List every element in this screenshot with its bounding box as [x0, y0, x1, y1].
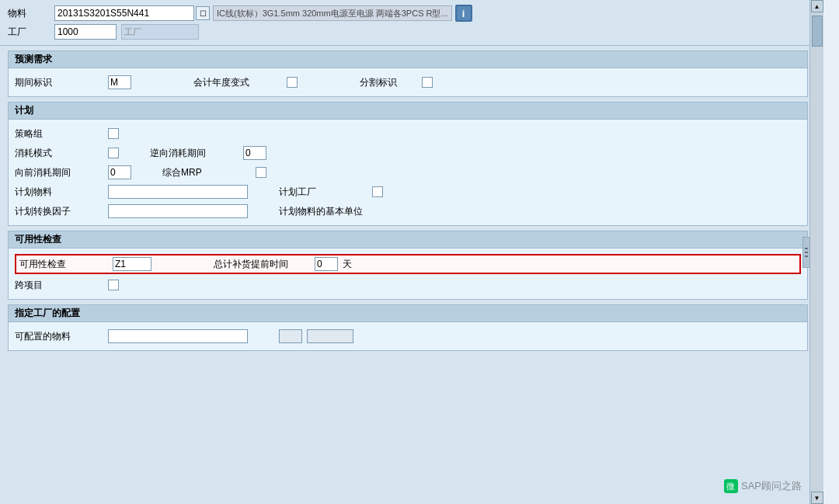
scroll-up-arrow[interactable]: ▲ [811, 0, 823, 12]
fiscal-year-checkbox[interactable] [287, 77, 298, 88]
period-input[interactable] [108, 75, 131, 89]
strategy-checkbox[interactable] [108, 128, 119, 139]
reverse-period-group: 逆向消耗期间 [150, 146, 266, 160]
scrollbar-thumb[interactable] [812, 16, 823, 47]
watermark-text: SAP顾问之路 [741, 479, 802, 493]
plan-body: 策略组 消耗模式 逆向消耗期间 向前消耗期间 综合MRP [9, 120, 807, 225]
availability-check-label: 可用性检查 [19, 258, 113, 271]
wechat-icon: 微 [724, 479, 738, 493]
factory-label: 工厂 [8, 26, 54, 39]
handle-dot-3 [805, 255, 808, 257]
factory-config-section: 指定工厂的配置 可配置的物料 [8, 304, 808, 351]
watermark: 微 SAP顾问之路 [724, 479, 802, 493]
forward-period-label: 向前消耗期间 [15, 166, 108, 179]
conversion-factor-label: 计划转换因子 [15, 205, 108, 218]
availability-section: 可用性检查 可用性检查 总计补货提前时间 天 跨项目 [8, 231, 808, 300]
forecast-title: 预测需求 [9, 51, 807, 68]
configurable-material-label: 可配置的物料 [15, 330, 108, 343]
days-unit: 天 [343, 258, 352, 271]
handle-dot-1 [805, 248, 808, 249]
plan-factory-checkbox[interactable] [372, 186, 383, 197]
material-label: 物料 [8, 7, 54, 20]
split-flag-label: 分割标识 [360, 76, 422, 89]
replenishment-input[interactable] [315, 257, 338, 271]
availability-check-input[interactable] [113, 257, 151, 271]
reverse-period-label: 逆向消耗期间 [150, 147, 243, 160]
material-checkbox-icon[interactable]: ☐ [196, 6, 210, 20]
fiscal-year-label: 会计年度变式 [193, 76, 287, 89]
configurable-material-row: 可配置的物料 [15, 328, 801, 345]
base-unit-group: 计划物料的基本单位 [279, 205, 372, 218]
strategy-row: 策略组 [15, 125, 801, 142]
material-row: 物料 ☐ IC线(软标）3G1.5mm 320mm电源至电源 两端各3PCS R… [8, 5, 816, 22]
availability-body: 可用性检查 总计补货提前时间 天 跨项目 [9, 249, 807, 299]
header-area: 物料 ☐ IC线(软标）3G1.5mm 320mm电源至电源 两端各3PCS R… [0, 0, 823, 46]
scrollbar[interactable]: ▲ ▼ [809, 0, 823, 504]
split-flag-checkbox[interactable] [422, 77, 433, 88]
plan-title: 计划 [9, 103, 807, 120]
factory-name-blur: 工厂 [121, 24, 199, 40]
factory-code-input[interactable] [54, 24, 117, 40]
cross-project-checkbox[interactable] [108, 280, 119, 290]
forward-period-input[interactable] [108, 165, 131, 179]
forecast-body: 期间标识 会计年度变式 分割标识 [9, 68, 807, 96]
conversion-factor-input[interactable] [108, 204, 248, 218]
consumption-label: 消耗模式 [15, 147, 108, 160]
conversion-factor-row: 计划转换因子 计划物料的基本单位 [15, 203, 801, 220]
availability-check-row: 可用性检查 总计补货提前时间 天 [15, 254, 801, 274]
forward-period-row: 向前消耗期间 综合MRP [15, 164, 801, 181]
material-description: IC线(软标）3G1.5mm 320mm电源至电源 两端各3PCS R型... [213, 5, 452, 21]
config-btn-right[interactable] [307, 329, 353, 343]
config-buttons-placeholder [279, 329, 353, 343]
factory-config-title: 指定工厂的配置 [9, 305, 807, 322]
consumption-row: 消耗模式 逆向消耗期间 [15, 144, 801, 162]
integrated-mrp-label: 综合MRP [162, 166, 256, 179]
plan-factory-group: 计划工厂 [279, 186, 383, 199]
consumption-checkbox[interactable] [108, 148, 119, 158]
configurable-material-input[interactable] [108, 329, 248, 343]
cross-project-row: 跨项目 [15, 276, 801, 294]
integrated-mrp-checkbox[interactable] [256, 167, 266, 178]
cross-project-label: 跨项目 [15, 279, 108, 292]
integrated-mrp-group: 综合MRP [162, 166, 266, 179]
period-label: 期间标识 [15, 76, 108, 89]
plan-material-row: 计划物料 计划工厂 [15, 183, 801, 200]
plan-material-label: 计划物料 [15, 186, 108, 199]
plan-material-input[interactable] [108, 185, 248, 199]
factory-config-body: 可配置的物料 [9, 322, 807, 350]
info-button[interactable]: i [455, 5, 472, 22]
factory-row: 工厂 工厂 [8, 24, 816, 40]
material-code-input[interactable] [54, 5, 194, 21]
replenishment-group: 总计补货提前时间 天 [214, 257, 352, 271]
side-resize-handle[interactable] [802, 237, 810, 268]
handle-dot-2 [805, 252, 808, 253]
replenishment-label: 总计补货提前时间 [214, 258, 315, 271]
plan-section: 计划 策略组 消耗模式 逆向消耗期间 向前消耗期间 综合MR [8, 102, 808, 226]
config-btn-left[interactable] [279, 329, 302, 343]
forecast-section: 预测需求 期间标识 会计年度变式 分割标识 [8, 50, 808, 97]
main-container: 物料 ☐ IC线(软标）3G1.5mm 320mm电源至电源 两端各3PCS R… [0, 0, 823, 504]
reverse-period-input[interactable] [243, 146, 266, 160]
strategy-label: 策略组 [15, 127, 108, 141]
availability-title: 可用性检查 [9, 231, 807, 249]
scroll-down-arrow[interactable]: ▼ [811, 492, 823, 504]
base-unit-label: 计划物料的基本单位 [279, 205, 372, 218]
plan-factory-label: 计划工厂 [279, 186, 372, 199]
forecast-period-row: 期间标识 会计年度变式 分割标识 [15, 74, 801, 91]
